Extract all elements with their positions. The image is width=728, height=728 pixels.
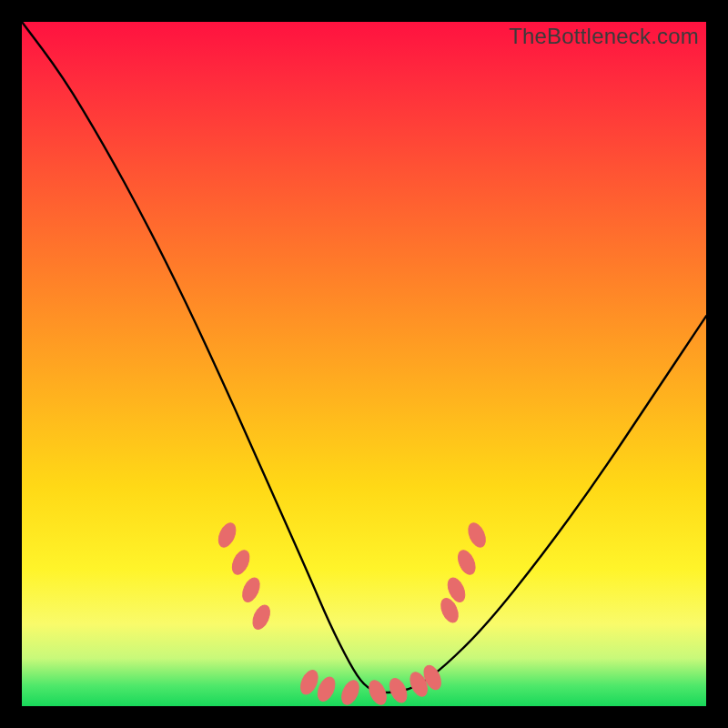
- watermark-text: TheBottleneck.com: [509, 24, 699, 49]
- bottleneck-curve-svg: [22, 22, 706, 706]
- curve-marker: [455, 548, 479, 577]
- curve-marker: [249, 602, 273, 632]
- curve-marker: [339, 678, 362, 707]
- bottleneck-curve: [22, 22, 706, 693]
- curve-markers: [216, 521, 489, 707]
- curve-marker: [216, 521, 239, 550]
- curve-marker: [465, 521, 489, 550]
- chart-frame: TheBottleneck.com: [22, 22, 706, 706]
- curve-marker: [239, 575, 263, 604]
- curve-marker: [229, 548, 253, 577]
